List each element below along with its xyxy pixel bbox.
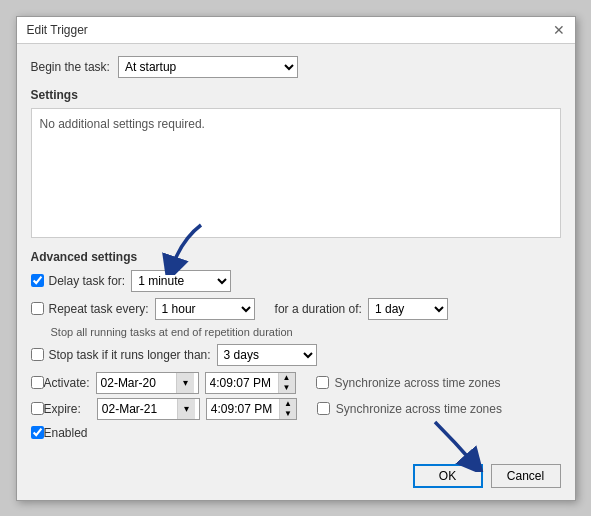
expire-time-input[interactable] [207,402,279,416]
advanced-section: Advanced settings Delay task for: 1 minu… [31,250,561,440]
title-bar: Edit Trigger ✕ [17,17,575,44]
edit-trigger-dialog: Edit Trigger ✕ Begin the task: At startu… [16,16,576,501]
activate-time-field: ▲ ▼ [205,372,296,394]
enabled-label: Enabled [44,426,88,440]
settings-box: No additional settings required. [31,108,561,238]
settings-content: No additional settings required. [40,117,205,131]
duration-label: for a duration of: [275,302,362,316]
duration-group: for a duration of: 1 hour 12 hours 1 day… [275,298,448,320]
stop-task-checkbox[interactable] [31,348,44,361]
expire-sync-label: Synchronize across time zones [336,402,502,416]
activate-sync-label: Synchronize across time zones [335,376,501,390]
activate-time-down[interactable]: ▼ [279,383,295,393]
repeat-task-checkbox[interactable] [31,302,44,315]
expire-sync-checkbox[interactable] [317,402,330,415]
stop-task-row: Stop task if it runs longer than: 1 hour… [31,344,561,366]
expire-time-down[interactable]: ▼ [280,409,296,419]
expire-label: Expire: [44,402,81,416]
delay-task-select[interactable]: 1 minute 5 minutes 10 minutes 30 minutes… [131,270,231,292]
enabled-checkbox[interactable] [31,426,44,439]
dialog-title: Edit Trigger [27,23,88,37]
expire-time-up[interactable]: ▲ [280,399,296,409]
activate-spin-buttons: ▲ ▼ [278,373,295,393]
expire-checkbox[interactable] [31,402,44,415]
stop-task-label: Stop task if it runs longer than: [49,348,211,362]
activate-sync-checkbox[interactable] [316,376,329,389]
stop-task-select[interactable]: 1 hour 2 hours 4 hours 8 hours 1 day 3 d… [217,344,317,366]
cancel-button[interactable]: Cancel [491,464,561,488]
expire-calendar-button[interactable]: ▾ [177,399,195,419]
activate-row: Activate: ▾ ▲ ▼ Synchronize [31,372,561,394]
duration-select[interactable]: 1 hour 12 hours 1 day 3 days Indefinitel… [368,298,448,320]
dialog-footer: OK Cancel [17,456,575,500]
repeat-task-row: Repeat task every: 1 minute 5 minutes 10… [31,298,561,320]
begin-task-select[interactable]: At startup On a schedule At log on On an… [118,56,298,78]
activate-checkbox[interactable] [31,376,44,389]
activate-calendar-button[interactable]: ▾ [176,373,194,393]
settings-label: Settings [31,88,561,102]
activate-date-field: ▾ [96,372,199,394]
activate-date-input[interactable] [101,376,176,390]
advanced-label: Advanced settings [31,250,561,264]
expire-row: Expire: ▾ ▲ ▼ Synchronize ac [31,398,561,420]
enabled-row: Enabled [31,426,561,440]
expire-date-input[interactable] [102,402,177,416]
repeat-task-label: Repeat task every: [49,302,149,316]
activate-time-input[interactable] [206,376,278,390]
begin-task-row: Begin the task: At startup On a schedule… [31,56,561,78]
delay-task-row: Delay task for: 1 minute 5 minutes 10 mi… [31,270,561,292]
ok-button[interactable]: OK [413,464,483,488]
expire-sync-group: Synchronize across time zones [317,402,502,416]
dialog-body: Begin the task: At startup On a schedule… [17,44,575,452]
expire-time-field: ▲ ▼ [206,398,297,420]
delay-task-label: Delay task for: [49,274,126,288]
activate-sync-group: Synchronize across time zones [316,376,501,390]
repeat-note: Stop all running tasks at end of repetit… [51,326,561,338]
expire-spin-buttons: ▲ ▼ [279,399,296,419]
begin-task-label: Begin the task: [31,60,110,74]
repeat-task-select[interactable]: 1 minute 5 minutes 10 minutes 30 minutes… [155,298,255,320]
expire-date-field: ▾ [97,398,200,420]
close-button[interactable]: ✕ [553,23,565,37]
delay-task-checkbox[interactable] [31,274,44,287]
activate-time-up[interactable]: ▲ [279,373,295,383]
activate-label: Activate: [44,376,90,390]
